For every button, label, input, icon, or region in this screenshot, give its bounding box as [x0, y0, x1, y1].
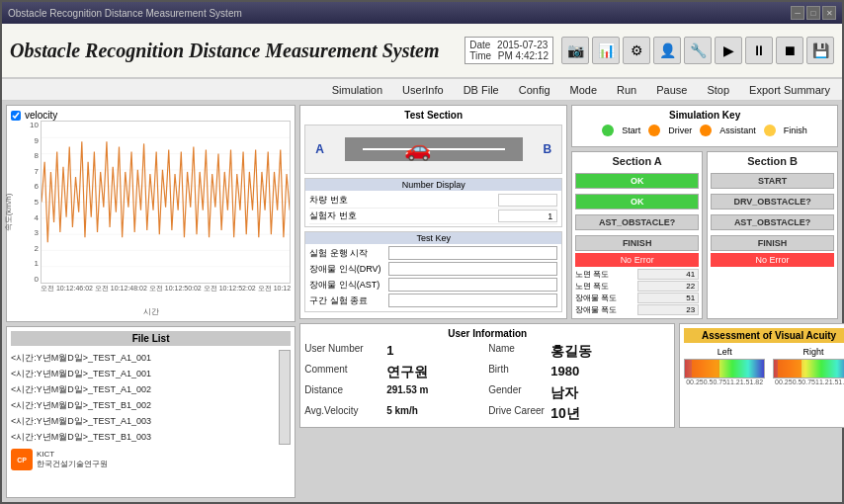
test-key-row-1: 실험 운행 시작	[309, 246, 557, 260]
test-key-label-1: 실험 운행 시작	[309, 247, 388, 260]
section-b-finish-btn[interactable]: FINISH	[711, 235, 834, 251]
section-b-start-btn[interactable]: START	[711, 173, 834, 189]
birth-label: Birth	[488, 364, 548, 381]
right-sub-panel: Simulation Key Start Driver Assistant Fi…	[571, 105, 838, 319]
test-key-input-4[interactable]	[388, 294, 557, 307]
pause-icon[interactable]: ⏸	[745, 37, 773, 64]
test-key-title: Test Key	[305, 232, 561, 244]
velocity-checkbox[interactable]	[11, 111, 21, 121]
acuity-right-ticks: 0 0.25 0.5 0.75 1 1.2 1.5 1.8 2	[773, 378, 844, 385]
wrench-icon[interactable]: 🔧	[684, 37, 712, 64]
file-list-scrollbar[interactable]	[279, 350, 291, 445]
chart-plot	[41, 121, 291, 284]
maximize-button[interactable]: □	[806, 6, 820, 20]
start-indicator	[602, 125, 614, 136]
file-list-panel: File List <시간:Y년M월D일>_TEST_A1_001 <시간:Y년…	[6, 326, 295, 498]
list-item[interactable]: <시간:Y년M월D일>_TEST_A1_002	[11, 381, 275, 397]
y-axis: 10 9 8 7 6 5 4 3 2 1 0	[11, 121, 41, 284]
menu-run[interactable]: Run	[613, 84, 640, 96]
section-a-finish-btn[interactable]: FINISH	[575, 235, 699, 251]
list-item[interactable]: <시간:Y년M월D일>_TEST_A1_003	[11, 413, 275, 429]
road-label-a: A	[315, 142, 324, 156]
stat4-label: 장애물 폭도	[575, 304, 636, 315]
menu-simulation[interactable]: Simulation	[328, 84, 386, 96]
menu-config[interactable]: Config	[515, 84, 554, 96]
play-icon[interactable]: ▶	[715, 37, 742, 64]
list-item[interactable]: <시간:Y년M월D일>_TEST_A1_001	[11, 366, 275, 381]
file-list-content: <시간:Y년M월D일>_TEST_A1_001 <시간:Y년M월D일>_TEST…	[11, 350, 291, 445]
user-icon[interactable]: 👤	[653, 37, 681, 64]
test-key-input-3[interactable]	[388, 278, 557, 292]
sections-container: Section A OK OK AST_OBSTACLE? FINISH No …	[571, 151, 838, 319]
stop-icon[interactable]: ⏹	[776, 37, 803, 64]
menu-userinfo[interactable]: UserInfo	[398, 84, 448, 96]
list-item[interactable]: <시간:Y년M월D일>_TEST_B1_002	[11, 397, 275, 413]
test-key-row-3: 장애물 인식(AST)	[309, 278, 557, 292]
test-key-label-2: 장애물 인식(DRV)	[309, 263, 388, 276]
file-list-title: File List	[11, 331, 291, 346]
user-info-grid: User Number 1 Name 홍길동 Comment 연구원 Birth…	[304, 343, 670, 423]
avg-velocity-label: Avg.Velocity	[304, 405, 383, 423]
section-a-ok-btn-2[interactable]: OK	[575, 194, 699, 210]
list-item[interactable]: <시간:Y년M월D일>_TEST_B1_003	[11, 429, 275, 445]
distance-value: 291.53 m	[386, 384, 485, 402]
assistant-label: Assistant	[719, 126, 756, 135]
section-a-ok-btn-1[interactable]: OK	[575, 173, 699, 189]
acuity-left-indicator	[692, 360, 719, 378]
x-axis-label: 시간	[143, 306, 159, 317]
stat3-value: 51	[637, 293, 699, 303]
header-right: Date 2015-07-23 Time PM 4:42:12 📷 📊 ⚙ 👤 …	[464, 37, 834, 64]
acuity-right-indicator	[778, 360, 802, 378]
acuity-right-label: Right	[773, 347, 844, 357]
test-key-input-1[interactable]	[388, 246, 557, 260]
save-icon[interactable]: 💾	[806, 37, 834, 64]
user-number-value: 1	[386, 343, 485, 361]
number-display: Number Display 차량 번호 실험자 번호	[304, 178, 562, 227]
list-item[interactable]: <시간:Y년M월D일>_TEST_A1_001	[11, 350, 275, 366]
gender-label: Gender	[488, 384, 548, 402]
vehicle-number-label: 차량 번호	[309, 194, 348, 207]
acuity-left-label: Left	[684, 347, 765, 357]
test-key-input-2[interactable]	[388, 262, 557, 276]
user-number-label: User Number	[304, 343, 383, 361]
section-b-title: Section B	[711, 155, 834, 167]
velocity-chart-svg	[42, 122, 290, 283]
section-b-drv-btn[interactable]: DRV_OBSTACLE?	[711, 194, 834, 210]
right-panel: Test Section A 🚗 B Number Display	[299, 105, 838, 498]
minimize-button[interactable]: ─	[791, 6, 804, 20]
file-list-items: <시간:Y년M월D일>_TEST_A1_001 <시간:Y년M월D일>_TEST…	[11, 350, 275, 445]
menu-db-file[interactable]: DB File	[460, 84, 503, 96]
sim-key-title: Simulation Key	[576, 110, 833, 121]
stat3-label: 장애물 폭도	[575, 293, 636, 303]
menu-export-summary[interactable]: Export Summary	[745, 84, 834, 96]
section-a-obstacle-btn[interactable]: AST_OBSTACLE?	[575, 214, 699, 230]
finish-indicator	[764, 125, 776, 136]
time-row: Time PM 4:42:12	[469, 50, 549, 61]
section-a-stats: 노면 폭도 41 노면 폭도 22 장애물 폭도 51 장애물 폭도 23	[575, 269, 699, 315]
stat1-label: 노면 폭도	[575, 269, 636, 280]
start-label: Start	[622, 126, 640, 135]
menu-mode[interactable]: Mode	[566, 84, 602, 96]
sim-key-panel: Simulation Key Start Driver Assistant Fi…	[571, 105, 838, 147]
chart-title-text: velocity	[25, 110, 57, 121]
assistant-indicator	[700, 125, 712, 136]
driver-number-input[interactable]	[498, 210, 557, 222]
menu-pause[interactable]: Pause	[652, 84, 691, 96]
close-button[interactable]: ✕	[822, 6, 836, 20]
section-b-ast-btn[interactable]: AST_OBSTACLE?	[711, 214, 834, 230]
road-diagram: A 🚗 B	[304, 125, 562, 174]
camera-icon[interactable]: 📷	[561, 37, 589, 64]
title-bar: Obstacle Recognition Distance Measuremen…	[2, 2, 842, 24]
logo-fullname: 한국건설기술연구원	[37, 459, 108, 469]
number-display-title: Number Display	[305, 179, 561, 191]
number-display-rows: 차량 번호 실험자 번호	[305, 191, 561, 226]
stat2-label: 노면 폭도	[575, 281, 636, 292]
kict-logo: CP KICT 한국건설기술연구원	[11, 449, 291, 470]
chart-icon[interactable]: 📊	[592, 37, 620, 64]
menu-stop[interactable]: Stop	[703, 84, 733, 96]
gender-value: 남자	[550, 384, 649, 402]
acuity-left-ticks: 0 0.25 0.5 0.75 1 1.2 1.5 1.8 2	[684, 378, 765, 385]
driver-number-row: 실험자 번호	[309, 209, 557, 224]
settings-icon[interactable]: ⚙	[623, 37, 650, 64]
vehicle-number-input[interactable]	[498, 194, 557, 207]
